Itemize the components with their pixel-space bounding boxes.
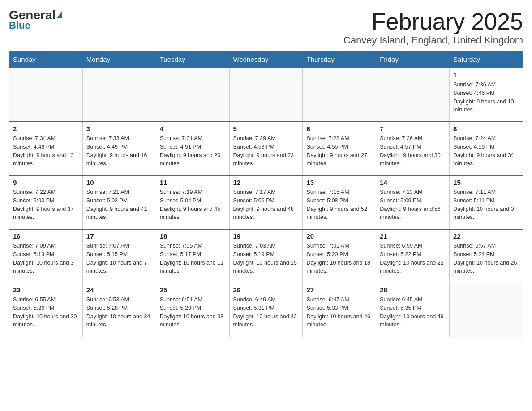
day-info: Sunrise: 7:03 AMSunset: 5:19 PMDaylight:… (233, 242, 299, 275)
day-number: 22 (453, 232, 519, 240)
day-info: Sunrise: 6:51 AMSunset: 5:29 PMDaylight:… (160, 295, 226, 329)
day-info: Sunrise: 7:29 AMSunset: 4:53 PMDaylight:… (233, 134, 299, 168)
calendar-cell: 7Sunrise: 7:26 AMSunset: 4:57 PMDaylight… (376, 122, 450, 176)
day-info: Sunrise: 7:09 AMSunset: 5:13 PMDaylight:… (13, 242, 79, 275)
calendar-cell: 8Sunrise: 7:24 AMSunset: 4:59 PMDaylight… (450, 122, 523, 176)
day-number: 5 (233, 125, 299, 133)
day-number: 16 (13, 232, 79, 240)
day-number: 12 (233, 179, 299, 186)
day-number: 20 (306, 232, 372, 240)
day-number: 1 (453, 71, 519, 79)
weekday-header-saturday: Saturday (450, 51, 523, 68)
calendar-cell: 4Sunrise: 7:31 AMSunset: 4:51 PMDaylight… (156, 122, 229, 176)
weekday-header-tuesday: Tuesday (156, 51, 229, 68)
calendar-cell: 23Sunrise: 6:55 AMSunset: 5:26 PMDayligh… (9, 283, 83, 337)
calendar-week-3: 9Sunrise: 7:22 AMSunset: 5:00 PMDaylight… (9, 176, 523, 229)
calendar-cell: 13Sunrise: 7:15 AMSunset: 5:08 PMDayligh… (303, 176, 376, 229)
day-number: 6 (306, 125, 372, 133)
calendar-cell: 28Sunrise: 6:45 AMSunset: 5:35 PMDayligh… (376, 283, 450, 337)
day-info: Sunrise: 7:33 AMSunset: 4:49 PMDaylight:… (86, 134, 152, 168)
day-number: 18 (160, 232, 226, 240)
day-number: 3 (86, 125, 152, 133)
calendar-cell: 27Sunrise: 6:47 AMSunset: 5:33 PMDayligh… (303, 283, 376, 337)
calendar-header-row: SundayMondayTuesdayWednesdayThursdayFrid… (9, 51, 523, 68)
calendar-cell (82, 68, 156, 122)
day-info: Sunrise: 7:15 AMSunset: 5:08 PMDaylight:… (306, 188, 372, 222)
day-info: Sunrise: 7:31 AMSunset: 4:51 PMDaylight:… (160, 134, 226, 168)
calendar-week-2: 2Sunrise: 7:34 AMSunset: 4:48 PMDaylight… (9, 122, 523, 176)
day-number: 9 (13, 179, 79, 186)
calendar-cell: 5Sunrise: 7:29 AMSunset: 4:53 PMDaylight… (229, 122, 303, 176)
day-number: 27 (306, 286, 372, 294)
day-info: Sunrise: 7:05 AMSunset: 5:17 PMDaylight:… (160, 242, 226, 275)
day-info: Sunrise: 6:55 AMSunset: 5:26 PMDaylight:… (13, 295, 79, 329)
day-number: 23 (13, 286, 79, 294)
day-number: 13 (306, 179, 372, 186)
calendar-cell: 11Sunrise: 7:19 AMSunset: 5:04 PMDayligh… (156, 176, 229, 229)
calendar-cell: 18Sunrise: 7:05 AMSunset: 5:17 PMDayligh… (156, 229, 229, 283)
day-info: Sunrise: 7:36 AMSunset: 4:46 PMDaylight:… (453, 81, 519, 114)
logo: General Blue (9, 9, 62, 31)
day-info: Sunrise: 6:49 AMSunset: 5:31 PMDaylight:… (233, 295, 299, 329)
day-number: 7 (380, 125, 446, 133)
logo-blue: Blue (9, 20, 30, 31)
page-header: General Blue February 2025 Canvey Island… (9, 9, 523, 46)
day-info: Sunrise: 6:59 AMSunset: 5:22 PMDaylight:… (380, 242, 446, 275)
logo-triangle-icon (57, 11, 62, 18)
calendar-cell: 21Sunrise: 6:59 AMSunset: 5:22 PMDayligh… (376, 229, 450, 283)
day-info: Sunrise: 7:17 AMSunset: 5:06 PMDaylight:… (233, 188, 299, 222)
calendar-table: SundayMondayTuesdayWednesdayThursdayFrid… (9, 51, 523, 337)
day-number: 26 (233, 286, 299, 294)
calendar-cell (376, 68, 450, 122)
calendar-cell: 26Sunrise: 6:49 AMSunset: 5:31 PMDayligh… (229, 283, 303, 337)
day-info: Sunrise: 6:57 AMSunset: 5:24 PMDaylight:… (453, 242, 519, 275)
day-number: 25 (160, 286, 226, 294)
calendar-week-1: 1Sunrise: 7:36 AMSunset: 4:46 PMDaylight… (9, 68, 523, 122)
day-number: 8 (453, 125, 519, 133)
day-info: Sunrise: 7:22 AMSunset: 5:00 PMDaylight:… (13, 188, 79, 222)
calendar-cell: 2Sunrise: 7:34 AMSunset: 4:48 PMDaylight… (9, 122, 83, 176)
calendar-cell: 12Sunrise: 7:17 AMSunset: 5:06 PMDayligh… (229, 176, 303, 229)
day-info: Sunrise: 7:07 AMSunset: 5:15 PMDaylight:… (86, 242, 152, 275)
weekday-header-sunday: Sunday (9, 51, 83, 68)
calendar-cell: 14Sunrise: 7:13 AMSunset: 5:09 PMDayligh… (376, 176, 450, 229)
calendar-cell (156, 68, 229, 122)
location-title: Canvey Island, England, United Kingdom (343, 34, 523, 46)
calendar-cell: 17Sunrise: 7:07 AMSunset: 5:15 PMDayligh… (82, 229, 156, 283)
day-number: 21 (380, 232, 446, 240)
day-number: 19 (233, 232, 299, 240)
calendar-cell: 19Sunrise: 7:03 AMSunset: 5:19 PMDayligh… (229, 229, 303, 283)
weekday-header-thursday: Thursday (303, 51, 376, 68)
title-area: February 2025 Canvey Island, England, Un… (343, 9, 523, 46)
calendar-cell: 16Sunrise: 7:09 AMSunset: 5:13 PMDayligh… (9, 229, 83, 283)
calendar-cell: 10Sunrise: 7:21 AMSunset: 5:02 PMDayligh… (82, 176, 156, 229)
weekday-header-friday: Friday (376, 51, 450, 68)
calendar-week-4: 16Sunrise: 7:09 AMSunset: 5:13 PMDayligh… (9, 229, 523, 283)
weekday-header-wednesday: Wednesday (229, 51, 303, 68)
day-number: 14 (380, 179, 446, 186)
month-title: February 2025 (343, 9, 523, 34)
day-info: Sunrise: 7:11 AMSunset: 5:11 PMDaylight:… (453, 188, 519, 222)
calendar-cell (303, 68, 376, 122)
day-number: 2 (13, 125, 79, 133)
calendar-cell: 6Sunrise: 7:28 AMSunset: 4:55 PMDaylight… (303, 122, 376, 176)
calendar-cell: 1Sunrise: 7:36 AMSunset: 4:46 PMDaylight… (450, 68, 523, 122)
day-info: Sunrise: 7:13 AMSunset: 5:09 PMDaylight:… (380, 188, 446, 222)
calendar-cell: 24Sunrise: 6:53 AMSunset: 5:28 PMDayligh… (82, 283, 156, 337)
day-info: Sunrise: 7:19 AMSunset: 5:04 PMDaylight:… (160, 188, 226, 222)
day-number: 10 (86, 179, 152, 186)
calendar-cell (9, 68, 83, 122)
day-number: 24 (86, 286, 152, 294)
calendar-cell: 20Sunrise: 7:01 AMSunset: 5:20 PMDayligh… (303, 229, 376, 283)
calendar-cell: 15Sunrise: 7:11 AMSunset: 5:11 PMDayligh… (450, 176, 523, 229)
day-info: Sunrise: 6:47 AMSunset: 5:33 PMDaylight:… (306, 295, 372, 329)
day-info: Sunrise: 6:53 AMSunset: 5:28 PMDaylight:… (86, 295, 152, 329)
day-number: 28 (380, 286, 446, 294)
day-info: Sunrise: 7:34 AMSunset: 4:48 PMDaylight:… (13, 134, 79, 168)
calendar-cell: 3Sunrise: 7:33 AMSunset: 4:49 PMDaylight… (82, 122, 156, 176)
day-info: Sunrise: 7:01 AMSunset: 5:20 PMDaylight:… (306, 242, 372, 275)
calendar-cell: 9Sunrise: 7:22 AMSunset: 5:00 PMDaylight… (9, 176, 83, 229)
day-number: 15 (453, 179, 519, 186)
calendar-cell (229, 68, 303, 122)
calendar-week-5: 23Sunrise: 6:55 AMSunset: 5:26 PMDayligh… (9, 283, 523, 337)
